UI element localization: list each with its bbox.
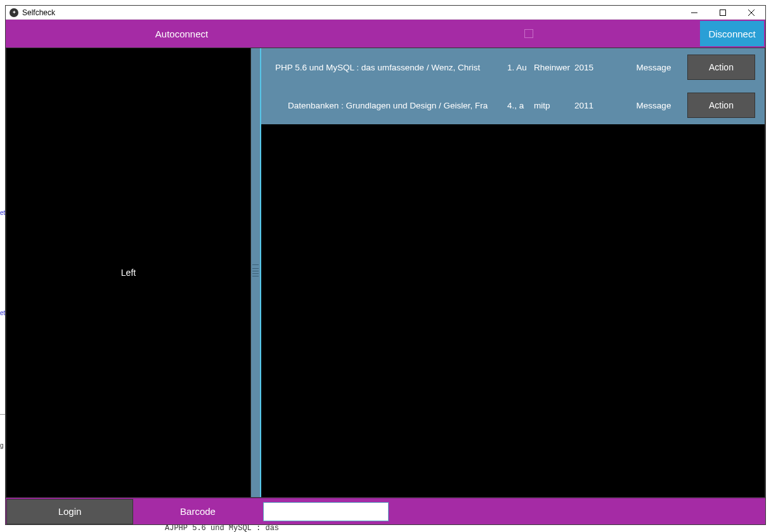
item-publisher: Rheinwer bbox=[534, 63, 574, 72]
minimize-icon bbox=[691, 10, 697, 16]
close-icon bbox=[748, 10, 755, 16]
item-title: Datenbanken : Grundlagen und Design / Ge… bbox=[261, 101, 507, 110]
toolbar: Autoconnect Disconnect bbox=[6, 20, 765, 48]
autoconnect-label: Autoconnect bbox=[6, 20, 358, 48]
minimize-button[interactable] bbox=[680, 6, 708, 19]
titlebar: ✦ Selfcheck bbox=[6, 6, 765, 20]
main-area: Left PHP 5.6 und MySQL : das umfassende … bbox=[6, 48, 765, 498]
barcode-label: Barcode bbox=[134, 499, 261, 524]
right-panel-empty bbox=[261, 124, 765, 497]
splitter[interactable] bbox=[251, 48, 260, 497]
svg-rect-1 bbox=[720, 10, 725, 15]
footer: Login Barcode bbox=[6, 498, 765, 524]
left-panel: Left bbox=[6, 48, 251, 497]
item-edition: 1. Au bbox=[507, 63, 534, 72]
background-divider bbox=[0, 414, 5, 415]
close-button[interactable] bbox=[737, 6, 765, 19]
item-message: Message bbox=[620, 101, 687, 110]
login-button[interactable]: Login bbox=[6, 499, 133, 524]
item-action-wrap: Action bbox=[687, 55, 760, 80]
window-title: Selfcheck bbox=[22, 8, 680, 17]
item-row: Datenbanken : Grundlagen und Design / Ge… bbox=[261, 86, 765, 124]
background-text-fragment: g bbox=[0, 442, 4, 449]
left-panel-label: Left bbox=[121, 268, 136, 278]
item-message: Message bbox=[620, 63, 687, 72]
item-action-button[interactable]: Action bbox=[687, 55, 755, 80]
disconnect-button[interactable]: Disconnect bbox=[700, 21, 764, 46]
splitter-handle-icon bbox=[251, 264, 260, 281]
item-year: 2011 bbox=[574, 101, 620, 110]
autoconnect-checkbox[interactable] bbox=[524, 29, 533, 38]
item-row: PHP 5.6 und MySQL : das umfassende / Wen… bbox=[261, 48, 765, 86]
item-publisher: mitp bbox=[534, 101, 574, 110]
item-year: 2015 bbox=[574, 63, 620, 72]
app-icon: ✦ bbox=[10, 8, 18, 17]
item-action-wrap: Action bbox=[687, 93, 760, 118]
maximize-icon bbox=[720, 10, 726, 16]
item-action-button[interactable]: Action bbox=[687, 93, 755, 118]
item-title: PHP 5.6 und MySQL : das umfassende / Wen… bbox=[261, 63, 507, 72]
item-edition: 4., a bbox=[507, 101, 534, 110]
maximize-button[interactable] bbox=[708, 6, 737, 19]
barcode-input[interactable] bbox=[263, 502, 389, 521]
autoconnect-checkbox-wrap bbox=[358, 20, 700, 48]
right-panel: PHP 5.6 und MySQL : das umfassende / Wen… bbox=[260, 48, 765, 497]
app-window: ✦ Selfcheck Autoconnect Disconnect Left … bbox=[5, 5, 766, 525]
